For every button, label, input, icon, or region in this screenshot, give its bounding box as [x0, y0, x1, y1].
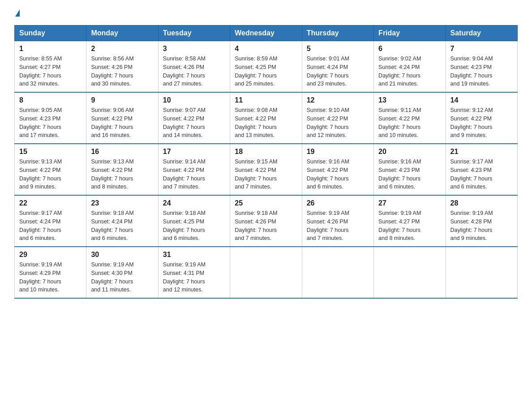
day-number: 28 [450, 199, 513, 207]
calendar-cell: 15 Sunrise: 9:13 AMSunset: 4:22 PMDaylig… [15, 144, 86, 195]
calendar-cell: 13 Sunrise: 9:11 AMSunset: 4:22 PMDaylig… [374, 92, 446, 144]
calendar-cell: 18 Sunrise: 9:15 AMSunset: 4:22 PMDaylig… [230, 144, 302, 195]
day-number: 14 [450, 96, 513, 104]
calendar-cell: 17 Sunrise: 9:14 AMSunset: 4:22 PMDaylig… [158, 144, 230, 195]
calendar-cell: 12 Sunrise: 9:10 AMSunset: 4:22 PMDaylig… [302, 92, 373, 144]
calendar-cell [374, 247, 446, 298]
day-number: 26 [307, 199, 369, 207]
calendar-cell: 4 Sunrise: 8:59 AMSunset: 4:25 PMDayligh… [230, 41, 302, 93]
calendar-cell: 22 Sunrise: 9:17 AMSunset: 4:24 PMDaylig… [15, 195, 86, 247]
day-number: 29 [19, 251, 82, 259]
logo-triangle-icon [15, 9, 20, 17]
calendar-cell [230, 247, 302, 298]
day-info: Sunrise: 9:11 AMSunset: 4:22 PMDaylight:… [378, 106, 441, 140]
calendar-cell: 31 Sunrise: 9:19 AMSunset: 4:31 PMDaylig… [158, 247, 230, 298]
day-info: Sunrise: 9:18 AMSunset: 4:26 PMDaylight:… [235, 209, 297, 243]
calendar-cell: 11 Sunrise: 9:08 AMSunset: 4:22 PMDaylig… [230, 92, 302, 144]
day-info: Sunrise: 9:19 AMSunset: 4:31 PMDaylight:… [163, 261, 225, 294]
day-number: 21 [450, 148, 513, 156]
calendar-cell [446, 247, 517, 298]
day-number: 23 [91, 199, 153, 207]
calendar-cell: 25 Sunrise: 9:18 AMSunset: 4:26 PMDaylig… [230, 195, 302, 247]
logo [14, 11, 20, 18]
calendar-header: SundayMondayTuesdayWednesdayThursdayFrid… [15, 26, 518, 41]
day-info: Sunrise: 8:56 AMSunset: 4:26 PMDaylight:… [91, 55, 153, 88]
weekday-header-wednesday: Wednesday [230, 26, 302, 41]
weekday-header-friday: Friday [374, 26, 446, 41]
day-info: Sunrise: 9:18 AMSunset: 4:24 PMDaylight:… [91, 209, 153, 243]
calendar-cell: 23 Sunrise: 9:18 AMSunset: 4:24 PMDaylig… [86, 195, 158, 247]
calendar-cell: 2 Sunrise: 8:56 AMSunset: 4:26 PMDayligh… [86, 41, 158, 93]
day-info: Sunrise: 9:16 AMSunset: 4:23 PMDaylight:… [378, 158, 441, 191]
calendar-cell: 19 Sunrise: 9:16 AMSunset: 4:22 PMDaylig… [302, 144, 373, 195]
day-number: 22 [19, 199, 82, 207]
day-info: Sunrise: 9:10 AMSunset: 4:22 PMDaylight:… [307, 106, 369, 140]
day-number: 7 [450, 45, 513, 53]
day-number: 8 [19, 96, 82, 104]
day-number: 27 [378, 199, 441, 207]
calendar-cell: 7 Sunrise: 9:04 AMSunset: 4:23 PMDayligh… [446, 41, 517, 93]
calendar-cell: 16 Sunrise: 9:13 AMSunset: 4:22 PMDaylig… [86, 144, 158, 195]
calendar-table: SundayMondayTuesdayWednesdayThursdayFrid… [14, 25, 518, 299]
calendar-week-row: 1 Sunrise: 8:55 AMSunset: 4:27 PMDayligh… [15, 41, 518, 93]
calendar-week-row: 8 Sunrise: 9:05 AMSunset: 4:23 PMDayligh… [15, 92, 518, 144]
day-number: 2 [91, 45, 153, 53]
day-number: 24 [163, 199, 225, 207]
day-info: Sunrise: 9:15 AMSunset: 4:22 PMDaylight:… [235, 158, 297, 191]
day-info: Sunrise: 9:19 AMSunset: 4:26 PMDaylight:… [307, 209, 369, 243]
calendar-cell: 30 Sunrise: 9:19 AMSunset: 4:30 PMDaylig… [86, 247, 158, 298]
day-info: Sunrise: 9:18 AMSunset: 4:25 PMDaylight:… [163, 209, 225, 243]
page-header [14, 11, 518, 18]
day-number: 30 [91, 251, 153, 259]
calendar-body: 1 Sunrise: 8:55 AMSunset: 4:27 PMDayligh… [15, 41, 518, 299]
weekday-header-row: SundayMondayTuesdayWednesdayThursdayFrid… [15, 26, 518, 41]
calendar-cell: 27 Sunrise: 9:19 AMSunset: 4:27 PMDaylig… [374, 195, 446, 247]
day-number: 4 [235, 45, 297, 53]
day-number: 9 [91, 96, 153, 104]
day-number: 31 [163, 251, 225, 259]
day-info: Sunrise: 9:07 AMSunset: 4:22 PMDaylight:… [163, 106, 225, 140]
day-info: Sunrise: 9:13 AMSunset: 4:22 PMDaylight:… [91, 158, 153, 191]
day-info: Sunrise: 9:08 AMSunset: 4:22 PMDaylight:… [235, 106, 297, 140]
day-info: Sunrise: 9:05 AMSunset: 4:23 PMDaylight:… [19, 106, 82, 140]
day-info: Sunrise: 9:12 AMSunset: 4:22 PMDaylight:… [450, 106, 513, 140]
day-number: 20 [378, 148, 441, 156]
day-info: Sunrise: 9:14 AMSunset: 4:22 PMDaylight:… [163, 158, 225, 191]
day-number: 19 [307, 148, 369, 156]
calendar-cell: 5 Sunrise: 9:01 AMSunset: 4:24 PMDayligh… [302, 41, 373, 93]
day-number: 6 [378, 45, 441, 53]
calendar-week-row: 22 Sunrise: 9:17 AMSunset: 4:24 PMDaylig… [15, 195, 518, 247]
day-info: Sunrise: 9:19 AMSunset: 4:28 PMDaylight:… [450, 209, 513, 243]
day-info: Sunrise: 9:02 AMSunset: 4:24 PMDaylight:… [378, 55, 441, 88]
calendar-cell: 3 Sunrise: 8:58 AMSunset: 4:26 PMDayligh… [158, 41, 230, 93]
calendar-cell [302, 247, 373, 298]
day-number: 11 [235, 96, 297, 104]
weekday-header-tuesday: Tuesday [158, 26, 230, 41]
weekday-header-saturday: Saturday [446, 26, 517, 41]
day-number: 3 [163, 45, 225, 53]
day-info: Sunrise: 9:13 AMSunset: 4:22 PMDaylight:… [19, 158, 82, 191]
calendar-cell: 26 Sunrise: 9:19 AMSunset: 4:26 PMDaylig… [302, 195, 373, 247]
day-info: Sunrise: 9:01 AMSunset: 4:24 PMDaylight:… [307, 55, 369, 88]
weekday-header-thursday: Thursday [302, 26, 373, 41]
day-number: 10 [163, 96, 225, 104]
day-info: Sunrise: 9:04 AMSunset: 4:23 PMDaylight:… [450, 55, 513, 88]
calendar-cell: 28 Sunrise: 9:19 AMSunset: 4:28 PMDaylig… [446, 195, 517, 247]
day-info: Sunrise: 9:17 AMSunset: 4:24 PMDaylight:… [19, 209, 82, 243]
calendar-cell: 8 Sunrise: 9:05 AMSunset: 4:23 PMDayligh… [15, 92, 86, 144]
weekday-header-sunday: Sunday [15, 26, 86, 41]
calendar-week-row: 15 Sunrise: 9:13 AMSunset: 4:22 PMDaylig… [15, 144, 518, 195]
day-number: 18 [235, 148, 297, 156]
calendar-cell: 1 Sunrise: 8:55 AMSunset: 4:27 PMDayligh… [15, 41, 86, 93]
day-info: Sunrise: 9:16 AMSunset: 4:22 PMDaylight:… [307, 158, 369, 191]
day-info: Sunrise: 9:19 AMSunset: 4:29 PMDaylight:… [19, 261, 82, 294]
calendar-cell: 6 Sunrise: 9:02 AMSunset: 4:24 PMDayligh… [374, 41, 446, 93]
day-info: Sunrise: 9:19 AMSunset: 4:27 PMDaylight:… [378, 209, 441, 243]
day-number: 16 [91, 148, 153, 156]
day-info: Sunrise: 8:59 AMSunset: 4:25 PMDaylight:… [235, 55, 297, 88]
day-number: 17 [163, 148, 225, 156]
day-number: 5 [307, 45, 369, 53]
calendar-cell: 10 Sunrise: 9:07 AMSunset: 4:22 PMDaylig… [158, 92, 230, 144]
calendar-cell: 29 Sunrise: 9:19 AMSunset: 4:29 PMDaylig… [15, 247, 86, 298]
day-info: Sunrise: 9:17 AMSunset: 4:23 PMDaylight:… [450, 158, 513, 191]
